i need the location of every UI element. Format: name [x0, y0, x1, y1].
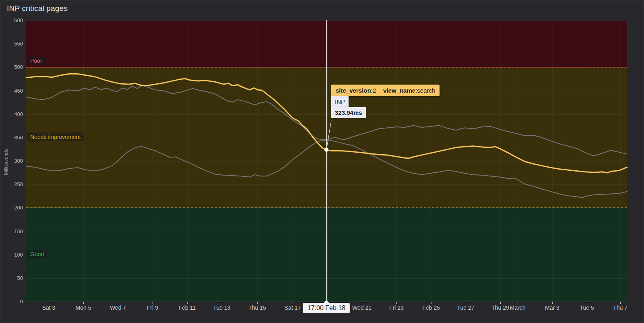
x-gridline-wed-7 — [118, 21, 118, 302]
y-tick-label-600: 600 — [1, 17, 23, 23]
tooltip-tag-1: site_version:2 — [336, 87, 376, 94]
x-tick-label-fri-23: Fri 23 — [389, 304, 404, 311]
y-tick-label-50: 50 — [1, 275, 23, 281]
x-gridline-fri-9 — [153, 21, 153, 302]
y-tick-label-150: 150 — [1, 228, 23, 234]
y-tick-label-400: 400 — [1, 111, 23, 117]
y-gridline-100 — [26, 255, 627, 255]
x-gridline-tue-27 — [466, 21, 466, 302]
tooltip-metric-name: INP — [331, 96, 349, 107]
x-tick-label-march: March — [510, 304, 526, 311]
threshold-line-500 — [26, 67, 627, 68]
y-tick-label-500: 500 — [1, 64, 23, 70]
tooltip-header: site_version:2view_name:search — [331, 85, 440, 96]
x-gridline-feb-25 — [431, 21, 431, 302]
chart-panel: INP critical pages Milliseconds 05010015… — [0, 0, 644, 323]
x-gridline-tue-5 — [587, 21, 587, 302]
y-gridline-300 — [26, 161, 627, 162]
x-tick-label-sat-3: Sat 3 — [42, 304, 56, 311]
x-tick-label-mon-5: Mon 5 — [76, 304, 91, 311]
y-gridline-50 — [26, 278, 627, 279]
band-label-needs-improvement: Needs improvement — [27, 133, 84, 141]
x-gridline-tue-13 — [222, 21, 222, 302]
tooltip-metric-value: 323.94ms — [331, 107, 366, 118]
timestamp-pointer-icon — [324, 300, 329, 303]
y-tick-label-450: 450 — [1, 88, 23, 94]
tooltip: site_version:2view_name:search INP 323.9… — [331, 85, 440, 118]
y-tick-label-250: 250 — [1, 181, 23, 187]
x-tick-label-wed-21: Wed 21 — [352, 304, 372, 311]
x-gridline-thu-15 — [257, 21, 258, 302]
x-tick-label-tue-5: Tue 5 — [580, 304, 594, 311]
y-tick-label-100: 100 — [1, 252, 23, 258]
x-gridline-thu-29 — [500, 21, 501, 302]
x-gridline-mon-5 — [83, 21, 84, 302]
x-gridline-march — [518, 21, 518, 302]
x-tick-label-thu-29: Thu 29 — [491, 304, 509, 311]
x-tick-label-feb-25: Feb 25 — [422, 304, 440, 311]
tooltip-tag-2: view_name:search — [383, 87, 435, 94]
y-gridline-550 — [26, 44, 627, 44]
y-tick-label-350: 350 — [1, 135, 23, 141]
x-tick-label-sat-17: Sat 17 — [285, 304, 301, 311]
x-tick-label-mar-3: Mar 3 — [545, 304, 559, 311]
x-tick-label-thu-7: Thu 7 — [613, 304, 627, 311]
x-gridline-feb-11 — [187, 21, 188, 302]
cursor-timestamp: 17:00 Feb 18 — [303, 303, 350, 313]
plot-area[interactable]: 050100150200250300350400450500550600Sat … — [0, 0, 644, 323]
threshold-line-200 — [26, 207, 627, 208]
x-tick-label-wed-7: Wed 7 — [110, 304, 126, 311]
x-gridline-tick — [327, 21, 328, 302]
y-gridline-600 — [26, 21, 627, 21]
y-tick-label-200: 200 — [1, 205, 23, 211]
x-tick-label-feb-11: Feb 11 — [179, 304, 196, 311]
y-tick-label-300: 300 — [1, 158, 23, 164]
y-tick-label-550: 550 — [1, 41, 23, 47]
x-tick-label-thu-15: Thu 15 — [248, 304, 266, 311]
y-gridline-250 — [26, 184, 627, 185]
y-tick-label-0: 0 — [1, 298, 23, 304]
x-tick-label-tue-27: Tue 27 — [457, 304, 474, 311]
x-gridline-sat-3 — [49, 21, 49, 302]
x-gridline-thu-7 — [620, 21, 621, 302]
y-gridline-150 — [26, 232, 627, 232]
x-tick-label-tue-13: Tue 13 — [213, 304, 230, 311]
x-gridline-sat-17 — [293, 21, 293, 302]
x-gridline-mar-3 — [552, 21, 553, 302]
y-gridline-350 — [26, 138, 627, 138]
y-gridline-450 — [26, 91, 627, 91]
x-gridline-fri-23 — [396, 21, 397, 302]
band-label-good: Good — [27, 250, 47, 259]
band-label-poor: Poor — [27, 56, 45, 65]
x-gridline-wed-21 — [362, 21, 362, 302]
x-tick-label-fri-9: Fri 9 — [147, 304, 158, 311]
y-gridline-400 — [26, 114, 627, 115]
